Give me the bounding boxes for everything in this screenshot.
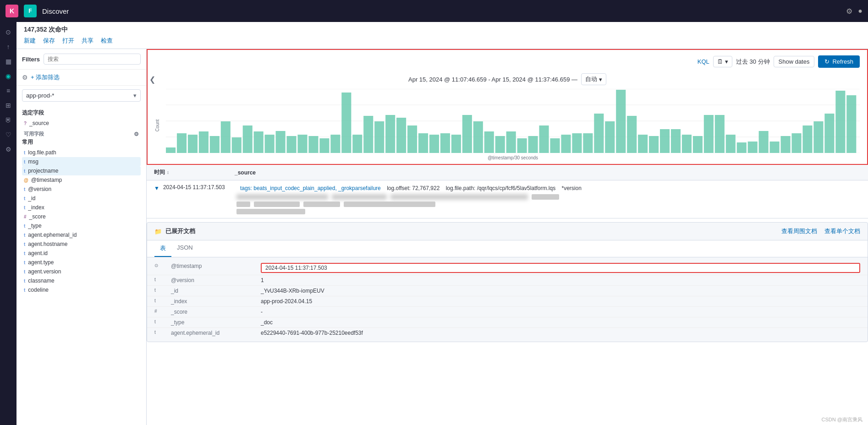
discover-icon[interactable]: ◉ <box>2 70 15 82</box>
field-timestamp[interactable]: @ @timestamp <box>22 175 141 185</box>
field-agent-type[interactable]: t agent.type <box>22 258 141 267</box>
top-nav-right: ⚙ ● <box>846 7 863 16</box>
search-input[interactable] <box>44 54 141 65</box>
field-type-t-icon: t <box>24 269 25 274</box>
field-type-t-icon: t <box>24 278 25 283</box>
field-type-icon: ⊙ <box>154 263 164 268</box>
field-name-label: _type <box>171 319 253 326</box>
common-section-label: 常用 <box>22 138 141 146</box>
user-avatar[interactable]: ● <box>858 7 863 15</box>
open-button[interactable]: 打开 <box>62 37 74 49</box>
share-button[interactable]: 共享 <box>82 37 93 49</box>
field-classname[interactable]: t classname <box>22 276 141 285</box>
svg-rect-19 <box>276 131 286 153</box>
field-agent-version[interactable]: t agent.version <box>22 267 141 276</box>
selected-fields-title: 选定字段 <box>22 109 141 117</box>
field-agent-ephemeral-id[interactable]: t agent.ephemeral_id <box>22 230 141 240</box>
subheader: 147,352 次命中 新建 保存 打开 共享 检查 <box>16 22 868 49</box>
tab-table[interactable]: 表 <box>154 240 171 257</box>
histogram-svg: 6,000 4,000 2,000 0 <box>166 89 860 153</box>
chart-area: KQL 🗓 ▾ 过去 30 分钟 Show dates ↻ Refresh <box>147 49 868 165</box>
svg-rect-69 <box>824 114 834 153</box>
field-value: 1 <box>261 277 860 283</box>
svg-rect-42 <box>528 136 538 153</box>
show-dates-button[interactable]: Show dates <box>774 56 815 67</box>
blurred-content-3 <box>390 194 528 200</box>
svg-rect-54 <box>660 129 670 153</box>
dashboard-icon[interactable]: ▦ <box>2 55 15 68</box>
field-type[interactable]: t _type <box>22 221 141 230</box>
view-single-doc-link[interactable]: 查看单个文档 <box>824 227 860 235</box>
right-main: KQL 🗓 ▾ 过去 30 分钟 Show dates ↻ Refresh <box>147 49 868 425</box>
svg-rect-44 <box>550 138 560 153</box>
calendar-dropdown[interactable]: 🗓 ▾ <box>713 56 732 67</box>
svg-rect-16 <box>243 125 253 153</box>
chevron-down-icon: ▾ <box>599 76 602 83</box>
auto-interval-dropdown[interactable]: 自动 ▾ <box>581 73 606 85</box>
inspect-button[interactable]: 检查 <box>101 37 113 49</box>
field-value: - <box>261 309 860 315</box>
favorites-icon[interactable]: ♡ <box>2 128 15 141</box>
home-icon[interactable]: ⊙ <box>2 26 15 38</box>
doc-field-index: t _index app-prod-2024.04.15 <box>147 296 868 307</box>
field-value: e5229440-7691-400b-977b-25210eedf53f <box>261 330 860 336</box>
refresh-button[interactable]: ↻ Refresh <box>818 55 860 68</box>
filter-gear-icon[interactable]: ⚙ <box>22 74 28 81</box>
expanded-document: 📁 已展开文档 查看周围文档 查看单个文档 表 JSON <box>147 222 868 342</box>
kql-button[interactable]: KQL <box>698 58 709 65</box>
management-icon[interactable]: ⊞ <box>2 99 15 112</box>
field-name-label: @timestamp <box>171 263 253 269</box>
field-codeline[interactable]: t codeline <box>22 285 141 294</box>
visualize-icon[interactable]: ≡ <box>2 84 15 97</box>
blurred-content-2 <box>332 194 387 200</box>
field-type-icon: t <box>154 298 164 303</box>
calendar-icon: 🗓 <box>717 58 723 65</box>
refresh-label: Refresh <box>832 58 853 65</box>
field-type-icon: t <box>154 277 164 282</box>
svg-rect-24 <box>330 135 340 153</box>
field-type-t-icon: t <box>24 233 25 238</box>
view-surrounding-docs-link[interactable]: 查看周围文档 <box>781 227 817 235</box>
svg-rect-11 <box>188 135 198 153</box>
field-log-file-path[interactable]: t log.file.path <box>22 148 141 157</box>
svg-rect-63 <box>759 131 769 153</box>
field-projectname[interactable]: t projectname <box>22 166 141 175</box>
field-index[interactable]: t _index <box>22 203 141 212</box>
svg-rect-27 <box>363 116 373 153</box>
chevron-down-icon: ▾ <box>725 58 728 65</box>
expand-row-button[interactable]: ▼ <box>154 185 159 191</box>
chart-toolbar: KQL 🗓 ▾ 过去 30 分钟 Show dates ↻ Refresh <box>148 54 867 70</box>
field-score[interactable]: # _score <box>22 212 141 221</box>
svg-rect-64 <box>770 142 780 153</box>
time-column-header[interactable]: 时间 ↕ <box>154 169 227 176</box>
refresh-icon: ↻ <box>824 58 830 65</box>
main-content: 147,352 次命中 新建 保存 打开 共享 检查 Filters ⚙ + <box>16 22 868 425</box>
field-agent-hostname[interactable]: t agent.hostname <box>22 240 141 249</box>
prev-page-button[interactable]: ❮ <box>149 75 155 84</box>
index-pattern-dropdown[interactable]: app-prod-* ▾ <box>22 89 141 102</box>
svg-rect-40 <box>506 131 516 153</box>
filters-label: Filters <box>22 56 40 63</box>
y-axis-label: Count <box>155 120 160 132</box>
settings-nav-button[interactable]: ⚙ <box>846 7 852 16</box>
field-agent-id[interactable]: t agent.id <box>22 249 141 258</box>
security-icon[interactable]: ⛨ <box>2 114 15 126</box>
svg-rect-21 <box>297 135 307 153</box>
field-msg[interactable]: t msg <box>22 157 141 166</box>
field-id[interactable]: t _id <box>22 194 141 203</box>
svg-rect-31 <box>407 125 417 153</box>
field-version[interactable]: t @version <box>22 185 141 194</box>
field-type-t-icon: t <box>24 223 25 229</box>
index-pattern-value: app-prod-* <box>26 92 54 99</box>
add-filter-button[interactable]: + 添加筛选 <box>31 73 60 82</box>
field-type-t-icon: t <box>24 196 25 201</box>
available-fields-gear-icon[interactable]: ⚙ <box>134 131 139 137</box>
alerts-icon[interactable]: ↑ <box>2 40 15 53</box>
doc-table: ⊙ @timestamp 2024-04-15 11:37:17.503 t @… <box>147 257 868 342</box>
svg-rect-47 <box>583 133 593 153</box>
settings-icon[interactable]: ⚙ <box>2 143 15 156</box>
tab-json[interactable]: JSON <box>171 240 198 257</box>
field-source[interactable]: ? _source <box>22 119 141 128</box>
save-button[interactable]: 保存 <box>43 37 55 49</box>
new-button[interactable]: 新建 <box>24 37 36 49</box>
